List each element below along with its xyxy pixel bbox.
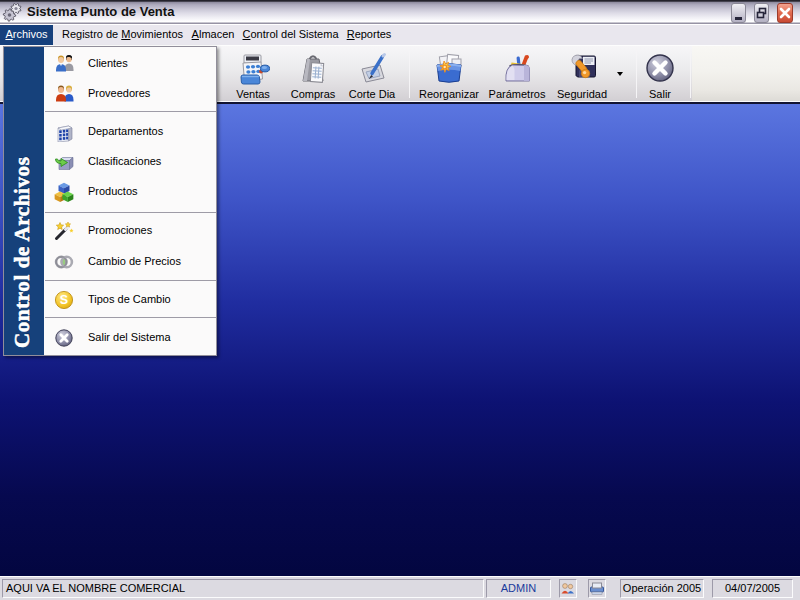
svg-text:S: S [60,293,68,307]
